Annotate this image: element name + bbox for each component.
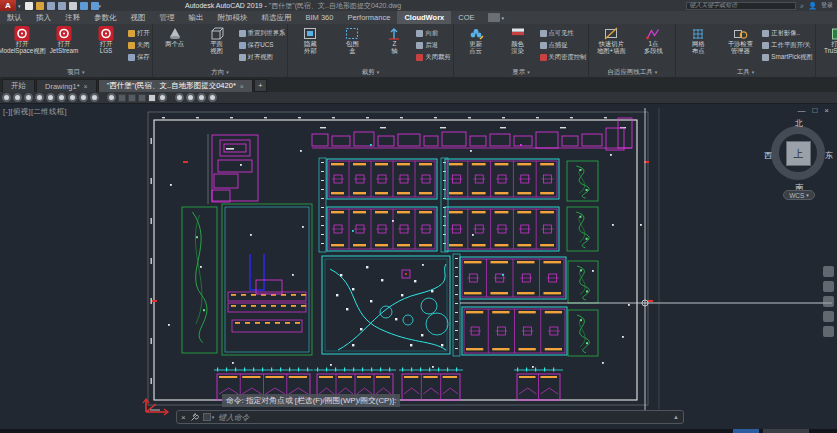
minimize-icon[interactable]: — bbox=[797, 106, 805, 115]
ribbon-tab-附加模块[interactable]: 附加模块 bbox=[211, 11, 255, 24]
ribbon-small-button-关闭[interactable]: 关闭 bbox=[128, 39, 150, 51]
layer-bulb-icon[interactable] bbox=[68, 93, 77, 102]
command-line-bar[interactable]: × ▾ ▲ bbox=[176, 410, 684, 424]
navbar-tool-icon[interactable] bbox=[823, 281, 834, 292]
command-customize-wrench-icon[interactable] bbox=[190, 413, 199, 422]
layer-bulb-icon[interactable] bbox=[24, 93, 33, 102]
layer-bulb-icon[interactable] bbox=[13, 93, 22, 102]
layer-bulb-icon[interactable] bbox=[186, 93, 195, 102]
panel-expand-icon[interactable]: ▾ bbox=[655, 69, 658, 75]
restore-icon[interactable]: □ bbox=[812, 106, 817, 115]
ribbon-small-button-关闭裁剪[interactable]: 关闭裁剪 bbox=[416, 51, 450, 63]
tab-overflow-caret-icon[interactable]: ▾ bbox=[502, 15, 505, 21]
ribbon-button-包围盒[interactable]: 包围盒 bbox=[332, 25, 372, 55]
qat-dropdown-icon[interactable]: ▾ bbox=[99, 3, 102, 9]
new-icon[interactable] bbox=[25, 2, 33, 10]
search-icon[interactable]: ⌕ bbox=[800, 2, 804, 10]
save-as-icon[interactable] bbox=[58, 2, 66, 10]
layer-bulb-icon[interactable] bbox=[57, 93, 66, 102]
file-tab[interactable]: Drawing1*× bbox=[36, 79, 97, 92]
tab-overflow-icon[interactable] bbox=[488, 13, 500, 22]
ribbon-small-button-后退[interactable]: 后退 bbox=[416, 39, 450, 51]
tab-close-icon[interactable]: × bbox=[84, 83, 88, 90]
ribbon-tab-精选应用[interactable]: 精选应用 bbox=[255, 11, 299, 24]
ribbon-button-颜色渲染[interactable]: 颜色渲染 bbox=[498, 25, 538, 55]
ribbon-tab-bim-360[interactable]: BIM 360 bbox=[299, 11, 341, 24]
viewcube-east[interactable]: 东 bbox=[825, 150, 833, 161]
app-menu-caret-icon[interactable]: ▾ bbox=[18, 3, 21, 9]
ribbon-button-1点多段线[interactable]: 1点多段线 bbox=[633, 25, 673, 55]
tab-close-icon[interactable]: × bbox=[240, 83, 244, 90]
ribbon-small-button-保存UCS[interactable]: 保存UCS bbox=[239, 39, 286, 51]
layer-bulb-icon[interactable] bbox=[90, 93, 99, 102]
ribbon-tab-performance[interactable]: Performance bbox=[340, 11, 397, 24]
navbar-tool-icon[interactable] bbox=[823, 296, 834, 307]
file-tab[interactable]: 开始 bbox=[2, 79, 35, 92]
file-tab[interactable]: "西什堡"(民宿、文..自地形图提交0420*× bbox=[98, 79, 253, 92]
ribbon-small-button-关闭密度控制[interactable]: 关闭密度控制 bbox=[540, 51, 587, 63]
wcs-dropdown[interactable]: WCS ▾ bbox=[783, 190, 815, 200]
ribbon-small-button-点捕捉[interactable]: 点捕捉 bbox=[540, 39, 587, 51]
user-icon[interactable]: 👤 bbox=[808, 2, 817, 10]
ribbon-tab-默认[interactable]: 默认 bbox=[0, 11, 29, 24]
ribbon-button-两个点[interactable]: 两个点 bbox=[155, 25, 195, 48]
ribbon-button-平面视图[interactable]: 平面视图 bbox=[197, 25, 237, 55]
ribbon-tab-管理[interactable]: 管理 bbox=[153, 11, 182, 24]
toolbar-icon[interactable] bbox=[128, 94, 136, 102]
layer-bulb-icon[interactable] bbox=[79, 93, 88, 102]
toolbar-icon[interactable] bbox=[138, 94, 146, 102]
ribbon-button-打开JetStream[interactable]: 打开JetStream bbox=[44, 25, 84, 55]
layer-bulb-icon[interactable] bbox=[175, 93, 184, 102]
toolbar-icon[interactable] bbox=[148, 94, 156, 102]
ribbon-button-网格布点[interactable]: 网格布点 bbox=[678, 25, 718, 55]
save-icon[interactable] bbox=[47, 2, 55, 10]
layer-bulb-icon[interactable] bbox=[208, 93, 217, 102]
navbar-tool-icon[interactable] bbox=[823, 266, 834, 277]
ribbon-small-button-对齐视图[interactable]: 对齐视图 bbox=[239, 51, 286, 63]
layer-bulb-icon[interactable] bbox=[107, 93, 116, 102]
undo-icon[interactable] bbox=[80, 2, 88, 10]
autocad-logo[interactable]: A bbox=[0, 0, 16, 11]
open-icon[interactable] bbox=[36, 2, 44, 10]
redo-icon[interactable] bbox=[91, 2, 99, 10]
command-input[interactable] bbox=[218, 413, 669, 422]
ribbon-small-button-SmartPick视图[interactable]: SmartPick视图 bbox=[762, 51, 812, 63]
ribbon-small-button-重置到世界系[interactable]: 重置到世界系 bbox=[239, 27, 286, 39]
ribbon-small-button-工作平面开-关[interactable]: 工作平面开/关 bbox=[762, 39, 812, 51]
panel-expand-icon[interactable]: ▾ bbox=[752, 69, 755, 75]
close-icon[interactable]: × bbox=[824, 106, 829, 115]
help-search-input[interactable]: 键入关键字或短语 bbox=[686, 2, 796, 10]
viewport-controls[interactable]: [-][俯视][二维线框] bbox=[3, 107, 67, 117]
ribbon-tab-输出[interactable]: 输出 bbox=[182, 11, 211, 24]
ribbon-tab-参数化[interactable]: 参数化 bbox=[87, 11, 124, 24]
panel-expand-icon[interactable]: ▾ bbox=[226, 69, 229, 75]
ribbon-button-快速切片地图+墙面[interactable]: 快速切片地图+墙面 bbox=[591, 25, 631, 55]
ribbon-button-打开ModelSpace视图[interactable]: 打开ModelSpace视图 bbox=[2, 25, 42, 55]
ribbon-tab-cloudworx[interactable]: CloudWorx bbox=[397, 11, 451, 24]
ribbon-tab-注释[interactable]: 注释 bbox=[58, 11, 87, 24]
layer-bulb-icon[interactable] bbox=[46, 93, 55, 102]
ribbon-small-button-向前[interactable]: 向前 bbox=[416, 27, 450, 39]
viewcube-top-face[interactable]: 上 bbox=[786, 141, 811, 166]
layer-bulb-icon[interactable] bbox=[197, 93, 206, 102]
ribbon-tab-插入[interactable]: 插入 bbox=[29, 11, 58, 24]
ribbon-small-button-保存[interactable]: 保存 bbox=[128, 51, 150, 63]
panel-expand-icon[interactable]: ▾ bbox=[527, 69, 530, 75]
layer-bulb-icon[interactable] bbox=[158, 93, 167, 102]
ribbon-button-更新点云[interactable]: 更新点云 bbox=[456, 25, 496, 55]
ribbon-button-干涉检查管理器[interactable]: 干涉检查管理器 bbox=[720, 25, 760, 55]
cad-site-plan-drawing[interactable] bbox=[0, 104, 837, 429]
plot-icon[interactable] bbox=[69, 2, 77, 10]
ribbon-tab-视图[interactable]: 视图 bbox=[124, 11, 153, 24]
ribbon-button-隐藏外部[interactable]: 隐藏外部 bbox=[290, 25, 330, 55]
new-tab-button[interactable]: + bbox=[254, 79, 267, 92]
viewcube-west[interactable]: 西 bbox=[764, 150, 772, 161]
toolbar-icon[interactable] bbox=[118, 94, 126, 102]
ribbon-small-button-打开[interactable]: 打开 bbox=[128, 27, 150, 39]
ribbon-tab-coe[interactable]: COE bbox=[451, 11, 481, 24]
ribbon-button-打开TruSpace[interactable]: 打开TruSpace bbox=[818, 25, 837, 55]
command-close-icon[interactable]: × bbox=[181, 413, 186, 422]
layer-bulb-icon[interactable] bbox=[35, 93, 44, 102]
ribbon-small-button-点可见性[interactable]: 点可见性 bbox=[540, 27, 587, 39]
ribbon-small-button-正射影像-[interactable]: 正射影像.. bbox=[762, 27, 812, 39]
